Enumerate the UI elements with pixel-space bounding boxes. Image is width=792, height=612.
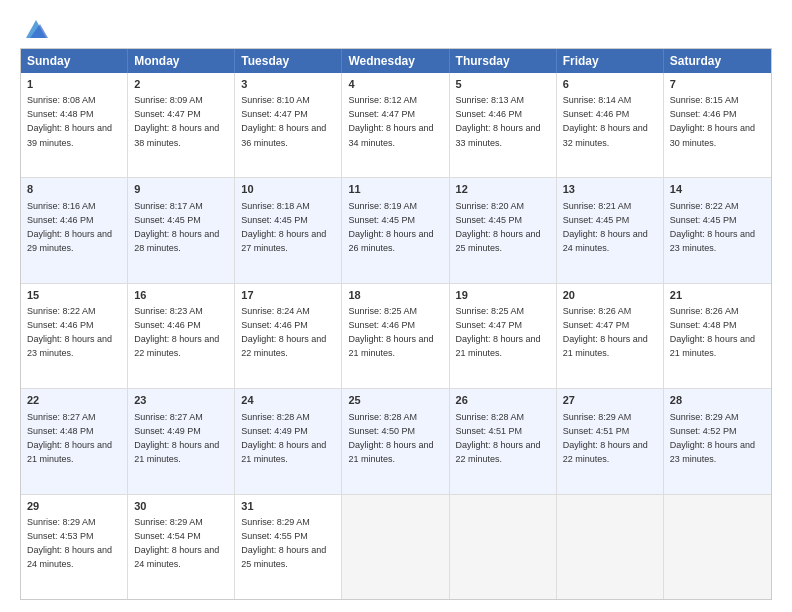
cell-info: Sunrise: 8:20 AMSunset: 4:45 PMDaylight:… xyxy=(456,201,541,253)
calendar-cell: 8Sunrise: 8:16 AMSunset: 4:46 PMDaylight… xyxy=(21,178,128,282)
calendar-cell: 14Sunrise: 8:22 AMSunset: 4:45 PMDayligh… xyxy=(664,178,771,282)
cell-info: Sunrise: 8:17 AMSunset: 4:45 PMDaylight:… xyxy=(134,201,219,253)
cell-info: Sunrise: 8:15 AMSunset: 4:46 PMDaylight:… xyxy=(670,95,755,147)
calendar-cell-empty xyxy=(557,495,664,599)
calendar-cell: 28Sunrise: 8:29 AMSunset: 4:52 PMDayligh… xyxy=(664,389,771,493)
cell-info: Sunrise: 8:14 AMSunset: 4:46 PMDaylight:… xyxy=(563,95,648,147)
day-number: 1 xyxy=(27,77,121,92)
day-number: 5 xyxy=(456,77,550,92)
day-number: 29 xyxy=(27,499,121,514)
day-number: 14 xyxy=(670,182,765,197)
calendar-row: 29Sunrise: 8:29 AMSunset: 4:53 PMDayligh… xyxy=(21,494,771,599)
day-number: 15 xyxy=(27,288,121,303)
calendar-row: 8Sunrise: 8:16 AMSunset: 4:46 PMDaylight… xyxy=(21,177,771,282)
cell-info: Sunrise: 8:09 AMSunset: 4:47 PMDaylight:… xyxy=(134,95,219,147)
logo-icon xyxy=(22,16,50,44)
calendar-cell: 15Sunrise: 8:22 AMSunset: 4:46 PMDayligh… xyxy=(21,284,128,388)
day-number: 31 xyxy=(241,499,335,514)
day-number: 16 xyxy=(134,288,228,303)
calendar-header-day: Tuesday xyxy=(235,49,342,73)
calendar-cell: 24Sunrise: 8:28 AMSunset: 4:49 PMDayligh… xyxy=(235,389,342,493)
calendar-cell: 23Sunrise: 8:27 AMSunset: 4:49 PMDayligh… xyxy=(128,389,235,493)
cell-info: Sunrise: 8:23 AMSunset: 4:46 PMDaylight:… xyxy=(134,306,219,358)
day-number: 12 xyxy=(456,182,550,197)
cell-info: Sunrise: 8:29 AMSunset: 4:52 PMDaylight:… xyxy=(670,412,755,464)
calendar-cell-empty xyxy=(664,495,771,599)
day-number: 30 xyxy=(134,499,228,514)
cell-info: Sunrise: 8:29 AMSunset: 4:51 PMDaylight:… xyxy=(563,412,648,464)
cell-info: Sunrise: 8:28 AMSunset: 4:51 PMDaylight:… xyxy=(456,412,541,464)
calendar-header-day: Monday xyxy=(128,49,235,73)
day-number: 17 xyxy=(241,288,335,303)
calendar-header-day: Thursday xyxy=(450,49,557,73)
logo xyxy=(20,16,50,38)
day-number: 11 xyxy=(348,182,442,197)
calendar-row: 22Sunrise: 8:27 AMSunset: 4:48 PMDayligh… xyxy=(21,388,771,493)
cell-info: Sunrise: 8:27 AMSunset: 4:49 PMDaylight:… xyxy=(134,412,219,464)
day-number: 24 xyxy=(241,393,335,408)
cell-info: Sunrise: 8:10 AMSunset: 4:47 PMDaylight:… xyxy=(241,95,326,147)
calendar-cell-empty xyxy=(450,495,557,599)
cell-info: Sunrise: 8:26 AMSunset: 4:47 PMDaylight:… xyxy=(563,306,648,358)
day-number: 3 xyxy=(241,77,335,92)
cell-info: Sunrise: 8:27 AMSunset: 4:48 PMDaylight:… xyxy=(27,412,112,464)
page: SundayMondayTuesdayWednesdayThursdayFrid… xyxy=(0,0,792,612)
calendar-cell-empty xyxy=(342,495,449,599)
day-number: 20 xyxy=(563,288,657,303)
calendar-header: SundayMondayTuesdayWednesdayThursdayFrid… xyxy=(21,49,771,73)
day-number: 4 xyxy=(348,77,442,92)
calendar-cell: 29Sunrise: 8:29 AMSunset: 4:53 PMDayligh… xyxy=(21,495,128,599)
calendar-cell: 17Sunrise: 8:24 AMSunset: 4:46 PMDayligh… xyxy=(235,284,342,388)
calendar-cell: 4Sunrise: 8:12 AMSunset: 4:47 PMDaylight… xyxy=(342,73,449,177)
day-number: 19 xyxy=(456,288,550,303)
calendar-cell: 20Sunrise: 8:26 AMSunset: 4:47 PMDayligh… xyxy=(557,284,664,388)
calendar-cell: 3Sunrise: 8:10 AMSunset: 4:47 PMDaylight… xyxy=(235,73,342,177)
calendar-cell: 5Sunrise: 8:13 AMSunset: 4:46 PMDaylight… xyxy=(450,73,557,177)
day-number: 27 xyxy=(563,393,657,408)
calendar: SundayMondayTuesdayWednesdayThursdayFrid… xyxy=(20,48,772,600)
calendar-cell: 6Sunrise: 8:14 AMSunset: 4:46 PMDaylight… xyxy=(557,73,664,177)
calendar-cell: 16Sunrise: 8:23 AMSunset: 4:46 PMDayligh… xyxy=(128,284,235,388)
day-number: 25 xyxy=(348,393,442,408)
calendar-cell: 11Sunrise: 8:19 AMSunset: 4:45 PMDayligh… xyxy=(342,178,449,282)
day-number: 22 xyxy=(27,393,121,408)
calendar-cell: 2Sunrise: 8:09 AMSunset: 4:47 PMDaylight… xyxy=(128,73,235,177)
cell-info: Sunrise: 8:16 AMSunset: 4:46 PMDaylight:… xyxy=(27,201,112,253)
cell-info: Sunrise: 8:28 AMSunset: 4:50 PMDaylight:… xyxy=(348,412,433,464)
calendar-cell: 12Sunrise: 8:20 AMSunset: 4:45 PMDayligh… xyxy=(450,178,557,282)
calendar-header-day: Wednesday xyxy=(342,49,449,73)
calendar-cell: 27Sunrise: 8:29 AMSunset: 4:51 PMDayligh… xyxy=(557,389,664,493)
cell-info: Sunrise: 8:22 AMSunset: 4:45 PMDaylight:… xyxy=(670,201,755,253)
day-number: 7 xyxy=(670,77,765,92)
calendar-header-day: Saturday xyxy=(664,49,771,73)
cell-info: Sunrise: 8:24 AMSunset: 4:46 PMDaylight:… xyxy=(241,306,326,358)
day-number: 21 xyxy=(670,288,765,303)
calendar-cell: 31Sunrise: 8:29 AMSunset: 4:55 PMDayligh… xyxy=(235,495,342,599)
calendar-cell: 1Sunrise: 8:08 AMSunset: 4:48 PMDaylight… xyxy=(21,73,128,177)
calendar-cell: 26Sunrise: 8:28 AMSunset: 4:51 PMDayligh… xyxy=(450,389,557,493)
calendar-row: 15Sunrise: 8:22 AMSunset: 4:46 PMDayligh… xyxy=(21,283,771,388)
cell-info: Sunrise: 8:13 AMSunset: 4:46 PMDaylight:… xyxy=(456,95,541,147)
cell-info: Sunrise: 8:29 AMSunset: 4:54 PMDaylight:… xyxy=(134,517,219,569)
calendar-header-day: Sunday xyxy=(21,49,128,73)
calendar-cell: 10Sunrise: 8:18 AMSunset: 4:45 PMDayligh… xyxy=(235,178,342,282)
cell-info: Sunrise: 8:19 AMSunset: 4:45 PMDaylight:… xyxy=(348,201,433,253)
cell-info: Sunrise: 8:26 AMSunset: 4:48 PMDaylight:… xyxy=(670,306,755,358)
cell-info: Sunrise: 8:25 AMSunset: 4:47 PMDaylight:… xyxy=(456,306,541,358)
calendar-cell: 30Sunrise: 8:29 AMSunset: 4:54 PMDayligh… xyxy=(128,495,235,599)
calendar-row: 1Sunrise: 8:08 AMSunset: 4:48 PMDaylight… xyxy=(21,73,771,177)
day-number: 23 xyxy=(134,393,228,408)
calendar-header-day: Friday xyxy=(557,49,664,73)
cell-info: Sunrise: 8:12 AMSunset: 4:47 PMDaylight:… xyxy=(348,95,433,147)
calendar-cell: 9Sunrise: 8:17 AMSunset: 4:45 PMDaylight… xyxy=(128,178,235,282)
cell-info: Sunrise: 8:22 AMSunset: 4:46 PMDaylight:… xyxy=(27,306,112,358)
day-number: 28 xyxy=(670,393,765,408)
calendar-cell: 22Sunrise: 8:27 AMSunset: 4:48 PMDayligh… xyxy=(21,389,128,493)
day-number: 13 xyxy=(563,182,657,197)
cell-info: Sunrise: 8:08 AMSunset: 4:48 PMDaylight:… xyxy=(27,95,112,147)
cell-info: Sunrise: 8:29 AMSunset: 4:55 PMDaylight:… xyxy=(241,517,326,569)
cell-info: Sunrise: 8:21 AMSunset: 4:45 PMDaylight:… xyxy=(563,201,648,253)
day-number: 10 xyxy=(241,182,335,197)
header xyxy=(20,16,772,38)
day-number: 2 xyxy=(134,77,228,92)
